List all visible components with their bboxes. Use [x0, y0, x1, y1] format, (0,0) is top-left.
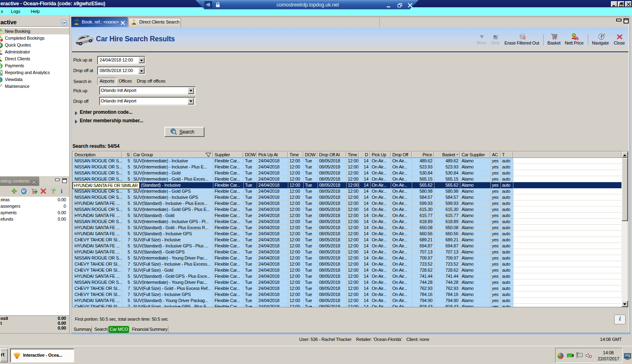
svg-text:i: i [61, 188, 62, 194]
svg-text:%: % [574, 35, 579, 40]
